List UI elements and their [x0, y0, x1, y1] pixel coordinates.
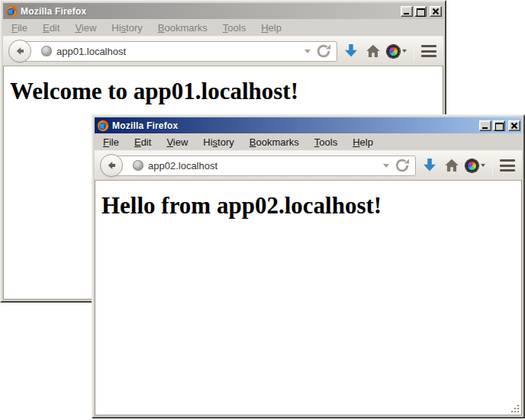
addon-color-wheel-button[interactable] — [387, 45, 407, 58]
globe-site-icon[interactable] — [41, 46, 52, 56]
url-text[interactable]: app01.localhost — [56, 46, 300, 57]
navigation-toolbar: app01.localhost — [3, 36, 443, 66]
menu-view[interactable]: View — [161, 135, 193, 149]
menu-history[interactable]: History — [106, 21, 147, 35]
page-heading: Hello from app02.localhost! — [101, 192, 515, 220]
menu-bar: File Edit View History Bookmarks Tools H… — [95, 133, 522, 150]
download-button[interactable] — [343, 43, 359, 59]
menu-hamburger-button[interactable] — [421, 45, 436, 57]
toolbar-separator — [414, 41, 414, 61]
back-arrow-icon — [105, 159, 118, 172]
menu-history[interactable]: History — [198, 135, 239, 149]
chevron-down-icon — [481, 164, 485, 167]
color-wheel-icon — [387, 45, 400, 58]
menu-bar: File Edit View History Bookmarks Tools H… — [3, 19, 443, 36]
url-bar[interactable]: app01.localhost — [24, 41, 337, 62]
menu-help[interactable]: Help — [347, 135, 378, 149]
reload-icon[interactable] — [394, 157, 411, 174]
globe-site-icon[interactable] — [133, 160, 143, 171]
url-text[interactable]: app02.localhost — [148, 160, 378, 172]
menu-tools[interactable]: Tools — [309, 135, 343, 149]
menu-tools[interactable]: Tools — [217, 21, 251, 35]
window-controls — [479, 120, 520, 131]
home-button[interactable] — [365, 43, 382, 59]
reload-icon[interactable] — [315, 43, 332, 59]
menu-file[interactable]: File — [98, 135, 124, 149]
close-button[interactable] — [430, 6, 442, 17]
color-wheel-icon — [465, 159, 478, 172]
menu-edit[interactable]: Edit — [129, 135, 156, 149]
page-content: Hello from app02.localhost! — [95, 181, 522, 415]
toolbar-separator — [492, 155, 493, 175]
menu-bookmarks[interactable]: Bookmarks — [244, 135, 304, 149]
window-title: Mozilla Firefox — [21, 6, 398, 17]
url-bar[interactable]: app02.localhost — [115, 155, 416, 176]
window-title: Mozilla Firefox — [112, 120, 476, 131]
menu-view[interactable]: View — [69, 21, 101, 35]
page-heading: Welcome to app01.localhost! — [10, 78, 436, 105]
url-history-dropdown-icon[interactable] — [383, 164, 389, 168]
url-history-dropdown-icon[interactable] — [304, 50, 311, 53]
home-button[interactable] — [443, 157, 460, 174]
maximize-button[interactable] — [493, 120, 505, 131]
maximize-button[interactable] — [414, 6, 427, 17]
minimize-button[interactable] — [479, 120, 491, 131]
firefox-icon[interactable] — [97, 120, 109, 132]
menu-edit[interactable]: Edit — [37, 21, 65, 35]
minimize-button[interactable] — [401, 6, 413, 17]
menu-help[interactable]: Help — [256, 21, 287, 35]
download-button[interactable] — [421, 157, 438, 174]
firefox-icon[interactable] — [5, 5, 18, 18]
back-button[interactable] — [8, 40, 31, 63]
back-button[interactable] — [100, 154, 123, 177]
window-controls — [401, 6, 442, 17]
menu-hamburger-button[interactable] — [500, 159, 515, 172]
title-bar[interactable]: Mozilla Firefox — [3, 3, 443, 19]
firefox-window-app02: Mozilla Firefox File Edit View History B… — [92, 114, 525, 418]
back-arrow-icon — [14, 45, 26, 57]
addon-color-wheel-button[interactable] — [465, 159, 485, 172]
chevron-down-icon — [402, 50, 407, 53]
title-bar[interactable]: Mozilla Firefox — [95, 117, 522, 133]
menu-bookmarks[interactable]: Bookmarks — [153, 21, 213, 35]
menu-file[interactable]: File — [6, 21, 33, 35]
resize-grip[interactable] — [510, 403, 520, 414]
navigation-toolbar: app02.localhost — [95, 150, 522, 181]
close-button[interactable] — [508, 120, 520, 131]
